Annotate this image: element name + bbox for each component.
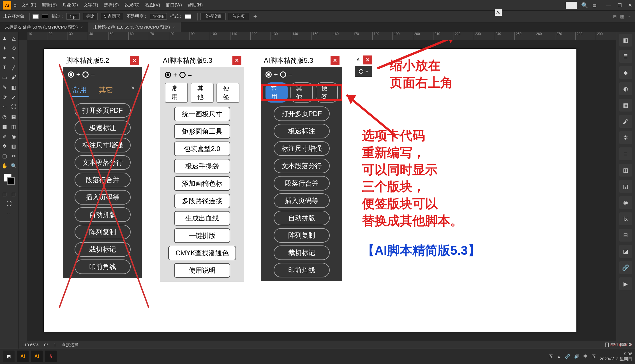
opt-icon-1[interactable]: ⊞ (613, 14, 617, 19)
fill-swatch[interactable] (33, 14, 39, 19)
blend-tool[interactable]: ◉ (9, 132, 19, 141)
symbols-panel-icon[interactable]: ✲ (619, 131, 632, 144)
ime-icon[interactable]: 中 (611, 342, 615, 348)
panel-53l-close[interactable]: × (232, 56, 241, 65)
width-tool[interactable]: ⥊ (0, 102, 9, 112)
radio-a[interactable] (165, 72, 171, 78)
btn-para-merge[interactable]: 段落行合并 (75, 173, 131, 187)
panel-52-tab-a[interactable]: 常用 (71, 84, 89, 97)
uniform-dropdown[interactable]: 等比 (83, 13, 98, 20)
swatches-panel-icon[interactable]: ▦ (619, 99, 632, 112)
btn-page-number[interactable]: 插入页码等 (274, 193, 330, 208)
btn-color-mark[interactable]: 添加画稿色标 (174, 176, 230, 191)
menu-select[interactable]: 选择(S) (104, 2, 119, 8)
panel-52-tab-b[interactable]: 其它 (97, 84, 115, 97)
lasso-tool[interactable]: ⟲ (9, 43, 19, 53)
btn-manual[interactable]: 使用说明 (174, 263, 230, 278)
shaper-tool[interactable]: ✎ (0, 83, 9, 92)
taskbar-app[interactable]: § (45, 351, 57, 362)
color-panel-icon[interactable]: ◐ (619, 82, 632, 95)
background-swatch[interactable] (7, 177, 15, 185)
btn-auto-impose[interactable]: 自动拼版 (274, 211, 330, 225)
btn-fast-annotate[interactable]: 极速标注 (75, 120, 131, 135)
graphic-styles-panel-icon[interactable]: fx (619, 212, 632, 225)
panel-53l-tab-a[interactable]: 常用 (165, 83, 188, 103)
rotate-value[interactable]: 0° (44, 342, 48, 347)
menu-effect[interactable]: 效果(C) (124, 2, 140, 8)
direct-selection-tool[interactable]: △ (9, 34, 19, 43)
btn-corner-lines[interactable]: 印前角线 (274, 263, 330, 277)
menu-help[interactable]: 帮助(H) (188, 2, 203, 8)
btn-open-pdf[interactable]: 打开多页PDF (274, 106, 330, 121)
search-icon[interactable]: 🔍 (581, 2, 588, 9)
gradient-tool[interactable]: ◫ (9, 122, 19, 131)
draw-mode-normal[interactable]: ◻ (0, 189, 9, 199)
btn-array-copy[interactable]: 阵列复制 (274, 228, 330, 243)
tab-close-icon[interactable]: × (173, 25, 175, 30)
align-panel-icon[interactable]: ⊟ (619, 229, 632, 242)
search-field[interactable] (566, 2, 577, 9)
btn-bag[interactable]: 极速手提袋 (174, 159, 230, 173)
prefs-button[interactable]: 首选项 (228, 13, 249, 20)
panel-53l-tab-b[interactable]: 其他 (191, 83, 214, 103)
layers-panel-icon[interactable]: ≣ (619, 50, 632, 63)
menu-file[interactable]: 文件(F) (22, 2, 36, 8)
artboard-tool[interactable]: ▢ (0, 151, 9, 161)
rectangle-tool[interactable]: ▭ (0, 73, 9, 82)
mini-radio-icon[interactable] (359, 69, 363, 74)
fill-stroke-swatches[interactable] (4, 174, 15, 185)
radio-b[interactable] (280, 71, 286, 78)
tray-icon[interactable]: 五 (549, 354, 553, 359)
canvas[interactable]: 脚本精简版5.2 × +– 常用 其它 » 打开多页PDF 极速标注 (27, 40, 616, 349)
zoom-tool[interactable]: 🔍 (9, 161, 19, 170)
menu-text[interactable]: 文字(T) (84, 2, 98, 8)
perspective-tool[interactable]: ▦ (9, 112, 19, 121)
eraser-tool[interactable]: ◧ (9, 83, 19, 92)
maximize-icon[interactable]: ☐ (617, 3, 622, 8)
tab-doc-1[interactable]: 未标题-2.ai @ 50 % (CMYK/CPU 预览) × (0, 22, 88, 32)
btn-page-number[interactable]: 插入页码等 (75, 190, 131, 205)
eyedropper-tool[interactable]: ✐ (0, 132, 9, 141)
start-icon[interactable]: ⊞ (3, 351, 15, 362)
taskbar-ai-2[interactable]: Ai (31, 351, 43, 362)
home-icon[interactable]: ⌂ (13, 2, 17, 8)
btn-auto-impose[interactable]: 自动拼版 (75, 207, 131, 222)
ime-icon[interactable]: ⌨ (620, 342, 627, 348)
btn-join-paths[interactable]: 多段路径连接 (174, 194, 230, 208)
mini-panel-app-topright[interactable]: A. (495, 9, 502, 16)
zoom-level[interactable]: 110.65% (22, 342, 38, 347)
ime-icon[interactable]: ⚙ (628, 342, 632, 348)
taskbar-clock[interactable]: 9:06 2023/8/13 星期日 (600, 351, 632, 361)
mini-close[interactable]: × (363, 55, 372, 64)
links-panel-icon[interactable]: 🔗 (619, 261, 632, 274)
opacity-field[interactable]: 100% (150, 13, 167, 20)
tray-network-icon[interactable]: 🔗 (565, 354, 570, 359)
gradient-panel-icon[interactable]: ◫ (619, 164, 632, 177)
selection-tool[interactable]: ▲ (0, 34, 9, 43)
draw-mode-behind[interactable]: ◻ (9, 189, 19, 199)
radio-b[interactable] (82, 71, 89, 78)
btn-dim-enhance[interactable]: 标注尺寸增强 (274, 141, 330, 156)
play-icon[interactable]: ▶ (619, 277, 632, 290)
artboard-nav[interactable]: 1 (54, 342, 56, 347)
btn-text-split[interactable]: 文本段落分行 (274, 159, 330, 173)
appearance-panel-icon[interactable]: ◉ (619, 196, 632, 209)
scale-tool[interactable]: ⤢ (9, 92, 19, 102)
style-swatch[interactable] (185, 14, 191, 19)
menu-object[interactable]: 对象(O) (63, 2, 78, 8)
panel-52-close[interactable]: × (130, 56, 139, 65)
slice-tool[interactable]: ✂ (9, 151, 19, 161)
panel-53d-close[interactable]: × (331, 56, 340, 65)
line-tool[interactable]: ╱ (9, 63, 19, 72)
btn-crop-marks[interactable]: 裁切标记 (75, 242, 131, 257)
panel-53l-tab-c[interactable]: 便签 (216, 83, 239, 103)
pen-tool[interactable]: ✒ (0, 53, 9, 62)
stroke-swatch[interactable] (42, 14, 48, 19)
btn-para-merge[interactable]: 段落行合并 (274, 176, 330, 191)
doc-setup-button[interactable]: 文档设置 (200, 13, 226, 20)
close-icon[interactable]: ✕ (628, 3, 632, 8)
menu-edit[interactable]: 编辑(E) (42, 2, 57, 8)
radio-b[interactable] (179, 72, 186, 78)
ime-icon[interactable]: 囗 (605, 342, 609, 348)
btn-dim-enhance[interactable]: 标注尺寸增强 (75, 138, 131, 152)
